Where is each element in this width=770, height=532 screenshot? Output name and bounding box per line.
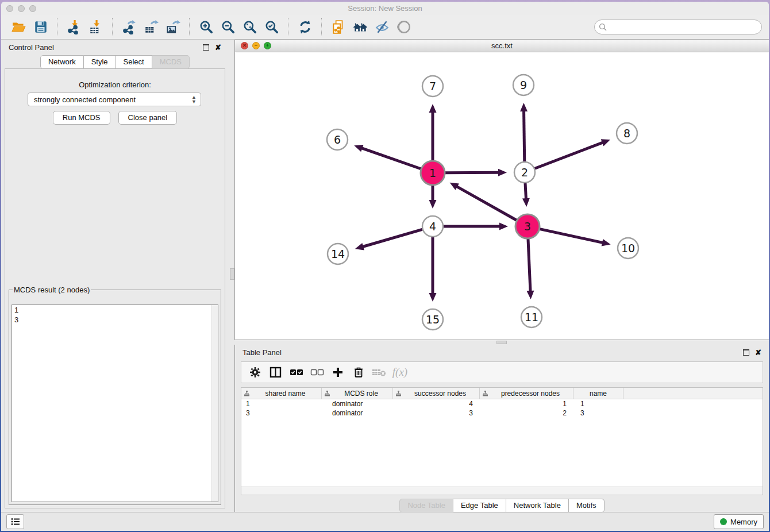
gear-icon: [249, 367, 261, 378]
import-network-button[interactable]: [66, 18, 83, 36]
select-all-button[interactable]: [288, 364, 305, 380]
graph-edge-2-8[interactable]: [535, 142, 604, 168]
first-neighbors-button[interactable]: [352, 18, 369, 36]
unselect-all-button[interactable]: [309, 364, 325, 380]
control-panel: Control Panel ✘ NetworkStyleSelectMCDS O…: [1, 40, 229, 512]
unselect-all-icon: [310, 368, 324, 377]
graph-edge-3-11[interactable]: [528, 239, 530, 292]
houses-icon: [352, 20, 368, 34]
zoom-selected-button[interactable]: [263, 18, 280, 36]
node-label-3: 3: [524, 220, 531, 233]
graph-edge-3-1[interactable]: [456, 186, 517, 221]
zoom-in-button[interactable]: [198, 18, 215, 36]
edge-arrowhead: [429, 293, 437, 302]
table-panel: Table Panel ✘: [234, 345, 769, 512]
refresh-icon: [298, 20, 313, 34]
toolbar-separator: [57, 18, 58, 36]
close-panel-icon[interactable]: ✘: [755, 349, 761, 356]
network-graph[interactable]: 1234678910111415: [235, 52, 769, 340]
edge-arrowhead: [602, 239, 611, 246]
search-input[interactable]: [594, 20, 762, 34]
close-panel-icon[interactable]: ✘: [215, 44, 221, 51]
toolbar-separator: [288, 18, 289, 36]
mcds-result-list[interactable]: 13: [11, 304, 218, 502]
hide-selected-button[interactable]: [374, 18, 391, 36]
zoom-out-icon: [221, 20, 236, 34]
edge-arrowhead: [429, 104, 437, 113]
vertical-splitter[interactable]: [229, 40, 234, 512]
criterion-dropdown[interactable]: strongly connected component ▲▼: [28, 92, 201, 106]
tab-node-table[interactable]: Node Table: [399, 499, 453, 512]
memory-status-icon: [720, 518, 727, 525]
column-header-shared-name[interactable]: shared name: [241, 388, 322, 399]
open-file-button[interactable]: [10, 18, 28, 36]
duplicate-network-icon: [331, 20, 346, 34]
graph-edge-2-3[interactable]: [525, 183, 526, 200]
table-scrollbar[interactable]: [241, 487, 763, 495]
table-cell: dominator: [322, 399, 393, 408]
show-all-button[interactable]: [395, 18, 413, 36]
save-icon: [33, 20, 48, 34]
duplicate-network-button[interactable]: [330, 18, 347, 36]
horizontal-splitter[interactable]: [234, 340, 769, 345]
node-label-10: 10: [621, 242, 635, 255]
main-toolbar: [1, 15, 769, 40]
edge-arrowhead: [499, 223, 508, 230]
tab-mcds[interactable]: MCDS: [152, 55, 190, 69]
float-panel-icon[interactable]: [203, 44, 209, 51]
delete-row-button[interactable]: [351, 364, 367, 380]
table-panel-header: Table Panel ✘: [235, 345, 769, 360]
show-columns-button[interactable]: [268, 364, 284, 380]
edge-arrowhead: [520, 103, 528, 111]
columns-icon: [270, 367, 282, 378]
task-history-button[interactable]: [6, 514, 24, 529]
table-toolbar: f(x): [241, 361, 763, 383]
edge-arrowhead: [526, 291, 534, 299]
export-table-button[interactable]: [143, 18, 160, 36]
table-row[interactable]: 3dominator323: [241, 408, 763, 418]
graph-edge-4-14[interactable]: [361, 229, 422, 247]
mcds-panel: Optimization criterion: strongly connect…: [5, 68, 225, 508]
splitter-handle[interactable]: [496, 341, 507, 344]
add-row-button[interactable]: [330, 364, 346, 380]
network-canvas[interactable]: 1234678910111415: [235, 52, 769, 340]
tab-edge-table[interactable]: Edge Table: [453, 499, 506, 512]
eye-disabled-icon: [396, 20, 411, 34]
tab-style[interactable]: Style: [84, 55, 116, 69]
export-image-button[interactable]: [164, 18, 182, 36]
tab-motifs[interactable]: Motifs: [569, 499, 605, 512]
table-row[interactable]: 1dominator411: [241, 399, 763, 408]
mcds-result-title: MCDS result (2 nodes): [13, 286, 91, 294]
control-panel-title: Control Panel: [9, 43, 203, 52]
graph-edge-3-10[interactable]: [540, 229, 603, 243]
column-header-MCDS-role[interactable]: MCDS role: [322, 388, 393, 399]
run-mcds-button[interactable]: Run MCDS: [53, 111, 110, 125]
column-header-name[interactable]: name: [573, 388, 623, 399]
graph-edge-2-9[interactable]: [524, 110, 525, 161]
export-network-button[interactable]: [121, 18, 138, 36]
column-header-successor-nodes[interactable]: successor nodes: [393, 388, 480, 399]
destroy-table-button: [371, 364, 387, 380]
graph-edge-1-6[interactable]: [361, 148, 421, 169]
import-table-button[interactable]: [87, 18, 105, 36]
search-box: [594, 20, 762, 34]
float-panel-icon[interactable]: [743, 349, 749, 356]
close-panel-button[interactable]: Close panel: [118, 111, 178, 125]
tab-network-table[interactable]: Network Table: [506, 499, 569, 512]
function-builder-button: f(x): [392, 364, 408, 380]
splitter-handle[interactable]: [230, 268, 234, 280]
main-titlebar: Session: New Session: [1, 2, 769, 15]
tab-select[interactable]: Select: [116, 55, 152, 69]
tab-network[interactable]: Network: [40, 55, 84, 69]
memory-button[interactable]: Memory: [714, 514, 764, 529]
apply-layout-button[interactable]: [297, 18, 314, 36]
export-image-icon: [165, 20, 180, 34]
zoom-fit-button[interactable]: [241, 18, 259, 36]
zoom-out-button[interactable]: [220, 18, 237, 36]
graph-edge-1-2[interactable]: [445, 172, 500, 173]
save-session-button[interactable]: [32, 18, 49, 36]
table-settings-button[interactable]: [247, 364, 263, 380]
right-column: ✕ − + scc.txt 1234678910111415 Table Pan…: [234, 40, 769, 512]
column-header-predecessor-nodes[interactable]: predecessor nodes: [480, 388, 573, 399]
result-scrollbar[interactable]: [211, 305, 218, 502]
